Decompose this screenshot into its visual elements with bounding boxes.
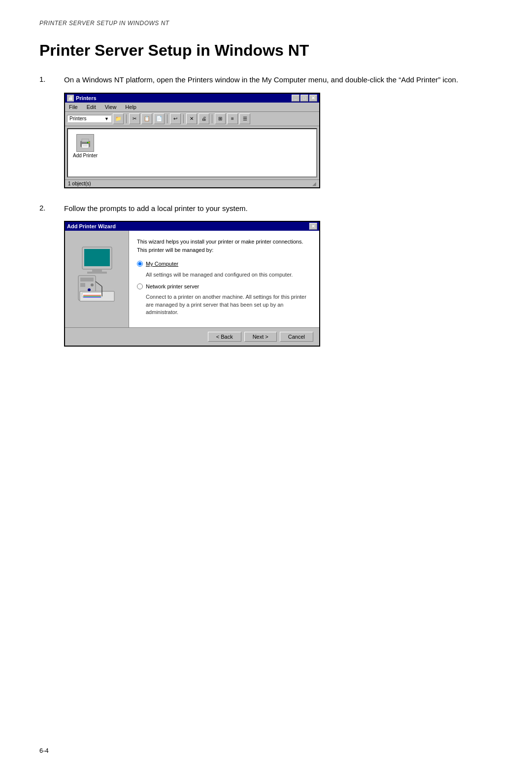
printers-titlebar: 🖨 Printers _ □ ✕ [65,94,319,103]
svg-rect-4 [83,146,88,146]
combo-arrow: ▼ [104,116,109,121]
wizard-main-content: This wizard helps you install your print… [129,231,319,327]
svg-point-14 [91,283,94,286]
wizard-window-screenshot: Add Printer Wizard ✕ [64,221,493,347]
add-printer-icon[interactable]: Add Printer [73,134,98,158]
radio-network-printer[interactable]: Network printer server [137,282,311,291]
radio-my-computer[interactable]: My Computer [137,260,311,268]
add-printer-wizard: Add Printer Wizard ✕ [64,221,320,347]
address-combo[interactable]: Printers ▼ [67,115,111,122]
wizard-illustration [72,242,122,316]
toolbar-up-btn[interactable]: 📁 [113,113,124,124]
sep-2 [167,114,167,123]
svg-line-22 [96,281,102,286]
wizard-computer-icon [70,240,124,318]
printers-window-title: Printers [76,95,97,101]
menu-view[interactable]: View [103,104,119,110]
menu-file[interactable]: File [67,104,80,110]
add-printer-label: Add Printer [73,153,98,158]
printer-svg [78,136,92,150]
titlebar-buttons: _ □ ✕ [292,95,317,102]
restore-button[interactable]: □ [300,95,308,102]
step-2: 2. Follow the prompts to add a local pri… [39,203,493,347]
svg-rect-13 [80,283,85,287]
svg-rect-10 [87,272,107,274]
menu-edit[interactable]: Edit [85,104,98,110]
svg-rect-1 [82,139,89,142]
svg-point-15 [88,288,91,291]
toolbar-cut-btn[interactable]: ✂ [129,113,140,124]
svg-rect-19 [83,295,101,296]
sep-1 [126,114,127,123]
status-text: 1 object(s) [68,181,91,186]
toolbar-views-btn[interactable]: ⊞ [215,113,226,124]
page-number: 6-4 [39,747,49,754]
wizard-sidebar [65,231,129,327]
step-1: 1. On a Windows NT platform, open the Pr… [39,74,493,188]
cancel-button[interactable]: Cancel [280,332,313,342]
toolbar-detail-btn[interactable]: ☰ [239,113,250,124]
printers-statusbar: 1 object(s) ◢ [65,179,319,187]
svg-rect-8 [84,249,110,266]
steps-list: 1. On a Windows NT platform, open the Pr… [39,74,493,347]
radio-my-computer-label: My Computer [146,260,178,268]
toolbar-list-btn[interactable]: ≡ [227,113,238,124]
option2-description: Connect to a printer on another machine.… [146,293,311,316]
svg-point-6 [89,141,90,143]
wizard-titlebar: Add Printer Wizard ✕ [65,222,319,231]
step-2-number: 2. [39,203,64,212]
printers-window-screenshot: 🖨 Printers _ □ ✕ File Edit View Help [64,93,493,188]
menu-help[interactable]: Help [123,104,138,110]
add-printer-icon-image [76,134,94,152]
svg-rect-3 [83,145,88,145]
svg-rect-12 [80,278,94,281]
step-1-text: On a Windows NT platform, open the Print… [64,74,493,86]
svg-rect-20 [83,296,101,297]
wizard-body: This wizard helps you install your print… [65,231,319,327]
toolbar-undo-btn[interactable]: ↩ [170,113,181,124]
wizard-close-button[interactable]: ✕ [309,223,317,230]
step-2-text: Follow the prompts to add a local printe… [64,203,493,214]
printers-menubar: File Edit View Help [65,103,319,112]
printers-titlebar-icon: 🖨 [67,95,74,102]
sep-4 [212,114,212,123]
step-1-number: 1. [39,74,64,83]
printers-content: Add Printer [67,128,317,177]
radio-network-printer-input[interactable] [137,283,143,289]
close-button[interactable]: ✕ [309,95,317,102]
toolbar-label: Printers [69,116,86,121]
toolbar-paste-btn[interactable]: 📄 [154,113,165,124]
printers-window: 🖨 Printers _ □ ✕ File Edit View Help [64,93,320,188]
option1-description: All settings will be managed and configu… [146,271,311,279]
radio-my-computer-input[interactable] [137,261,143,267]
svg-rect-21 [83,297,101,298]
sep-3 [183,114,184,123]
svg-point-5 [87,141,89,143]
toolbar-delete-btn[interactable]: ✕ [186,113,197,124]
titlebar-left: 🖨 Printers [67,95,97,102]
page-footer: 6-4 [39,747,49,754]
printers-toolbar: Printers ▼ 📁 ✂ 📋 📄 ↩ ✕ 🖨 ⊞ ≡ [65,112,319,126]
statusbar-resize: ◢ [312,181,316,186]
chapter-title: Printer Server Setup in Windows NT [39,41,493,60]
wizard-intro-text: This wizard helps you install your print… [137,238,311,254]
header-title: Printer Server Setup in Windows NT [39,20,169,27]
toolbar-prop-btn[interactable]: 🖨 [199,113,209,124]
minimize-button[interactable]: _ [292,95,299,102]
next-button[interactable]: Next > [244,332,277,342]
back-button[interactable]: < Back [208,332,241,342]
wizard-footer: < Back Next > Cancel [65,327,319,346]
page-header: Printer Server Setup in Windows NT [39,20,493,27]
wizard-title: Add Printer Wizard [67,223,116,229]
radio-network-printer-label: Network printer server [146,282,199,291]
toolbar-copy-btn[interactable]: 📋 [141,113,152,124]
